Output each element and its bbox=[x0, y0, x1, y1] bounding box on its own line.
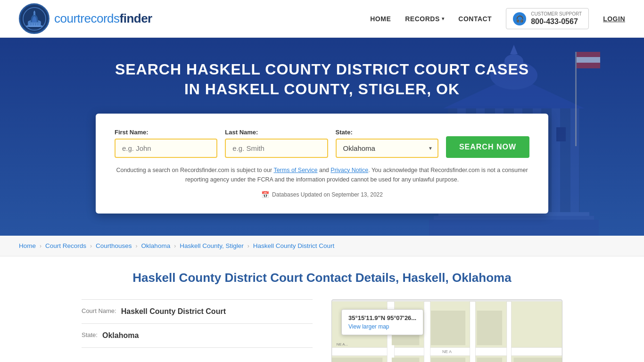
nav-home[interactable]: HOME bbox=[370, 15, 391, 23]
svg-rect-52 bbox=[431, 358, 465, 362]
support-label: CUSTOMER SUPPORT bbox=[531, 11, 582, 17]
svg-rect-4 bbox=[33, 12, 35, 15]
state-field-value: Oklahoma bbox=[102, 331, 139, 340]
login-button[interactable]: LOGIN bbox=[603, 15, 625, 23]
breadcrumb-sep-2: › bbox=[90, 243, 92, 249]
svg-text:NE A: NE A bbox=[442, 349, 452, 354]
breadcrumb-sep-3: › bbox=[136, 243, 138, 249]
breadcrumb-haskell-county[interactable]: Haskell County, Stigler bbox=[180, 242, 244, 249]
svg-rect-53 bbox=[477, 358, 502, 362]
calendar-icon: 📅 bbox=[261, 191, 269, 198]
svg-rect-46 bbox=[470, 302, 476, 362]
first-name-group: First Name: bbox=[115, 129, 217, 158]
svg-rect-45 bbox=[424, 302, 430, 362]
support-box[interactable]: 🎧 CUSTOMER SUPPORT 800-433-0567 bbox=[506, 8, 589, 29]
breadcrumb-sep-4: › bbox=[174, 243, 176, 249]
map-coords: 35°15'11.9"N 95°07'26... bbox=[348, 314, 416, 321]
state-group: State: Oklahoma bbox=[336, 129, 438, 158]
svg-rect-7 bbox=[29, 23, 30, 26]
map-popup[interactable]: 35°15'11.9"N 95°07'26... View larger map bbox=[341, 309, 423, 335]
breadcrumb-sep-1: › bbox=[40, 243, 41, 249]
db-updated: 📅 Databases Updated on September 13, 202… bbox=[115, 191, 529, 198]
court-name-label: Court Name: bbox=[82, 307, 116, 314]
last-name-label: Last Name: bbox=[225, 129, 328, 136]
detail-table: Court Name: Haskell County District Cour… bbox=[82, 299, 313, 362]
svg-rect-51 bbox=[392, 358, 420, 362]
headset-icon: 🎧 bbox=[513, 12, 526, 25]
main-content: Haskell County District Court Contact De… bbox=[63, 256, 581, 362]
search-card: First Name: Last Name: State: Oklahoma S… bbox=[96, 114, 548, 214]
nav-records[interactable]: RECORDS ▾ bbox=[405, 15, 444, 23]
chevron-down-icon: ▾ bbox=[442, 16, 445, 21]
svg-rect-8 bbox=[32, 23, 33, 26]
first-name-label: First Name: bbox=[115, 129, 217, 136]
content-grid: Court Name: Haskell County District Cour… bbox=[82, 299, 562, 362]
svg-rect-11 bbox=[39, 23, 40, 26]
hero-content: SEARCH HASKELL COUNTY DISTRICT COURT CAS… bbox=[9, 60, 635, 213]
breadcrumb-haskell-district[interactable]: Haskell County District Court bbox=[253, 242, 335, 249]
tos-link[interactable]: Terms of Service bbox=[273, 167, 317, 173]
logo-text: courtrecordsfinder bbox=[54, 11, 152, 26]
logo-icon bbox=[19, 3, 50, 34]
svg-rect-47 bbox=[507, 302, 512, 362]
map-container[interactable]: NE A 🏛 📍 Cross NE A... 35°15'11.9"N 95°0… bbox=[331, 299, 562, 362]
state-field-label: State: bbox=[82, 331, 98, 338]
breadcrumb-oklahoma[interactable]: Oklahoma bbox=[141, 242, 171, 249]
page-heading: Haskell County District Court Contact De… bbox=[82, 271, 562, 285]
svg-rect-29 bbox=[429, 220, 599, 236]
breadcrumb-court-records[interactable]: Court Records bbox=[45, 242, 86, 249]
state-select[interactable]: Oklahoma bbox=[336, 139, 438, 158]
svg-rect-49 bbox=[431, 311, 465, 345]
search-fields: First Name: Last Name: State: Oklahoma S… bbox=[115, 129, 529, 158]
nav-contact[interactable]: CONTACT bbox=[458, 15, 492, 23]
hero-title: SEARCH HASKELL COUNTY DISTRICT COURT CAS… bbox=[110, 60, 534, 99]
svg-rect-50 bbox=[477, 311, 502, 345]
main-nav: HOME RECORDS ▾ CONTACT 🎧 CUSTOMER SUPPOR… bbox=[370, 8, 625, 29]
support-number: 800-433-0567 bbox=[531, 17, 582, 26]
privacy-link[interactable]: Privacy Notice bbox=[330, 167, 368, 173]
search-button[interactable]: SEARCH NOW bbox=[446, 136, 529, 158]
svg-rect-55 bbox=[514, 358, 562, 362]
detail-row-court-name: Court Name: Haskell County District Cour… bbox=[82, 299, 313, 323]
svg-rect-9 bbox=[34, 23, 35, 26]
state-select-wrapper: Oklahoma bbox=[336, 139, 438, 158]
first-name-input[interactable] bbox=[115, 139, 217, 158]
disclaimer-text: Conducting a search on Recordsfinder.com… bbox=[115, 165, 529, 184]
breadcrumb-home[interactable]: Home bbox=[19, 242, 36, 249]
breadcrumb-courthouses[interactable]: Courthouses bbox=[96, 242, 132, 249]
hero-section: SEARCH HASKELL COUNTY DISTRICT COURT CAS… bbox=[0, 38, 644, 236]
breadcrumb: Home › Court Records › Courthouses › Okl… bbox=[0, 236, 644, 256]
last-name-group: Last Name: bbox=[225, 129, 328, 158]
logo-link[interactable]: courtrecordsfinder bbox=[19, 3, 152, 34]
svg-text:NE A...: NE A... bbox=[337, 342, 348, 346]
detail-row-state: State: Oklahoma bbox=[82, 323, 313, 348]
view-larger-map-link[interactable]: View larger map bbox=[348, 323, 389, 330]
state-label: State: bbox=[336, 129, 438, 136]
site-header: courtrecordsfinder HOME RECORDS ▾ CONTAC… bbox=[0, 0, 644, 38]
svg-rect-10 bbox=[36, 23, 37, 26]
svg-rect-6 bbox=[29, 26, 40, 27]
svg-rect-54 bbox=[332, 358, 382, 362]
last-name-input[interactable] bbox=[225, 139, 328, 158]
court-name-value: Haskell County District Court bbox=[121, 307, 226, 316]
breadcrumb-sep-5: › bbox=[248, 243, 249, 249]
